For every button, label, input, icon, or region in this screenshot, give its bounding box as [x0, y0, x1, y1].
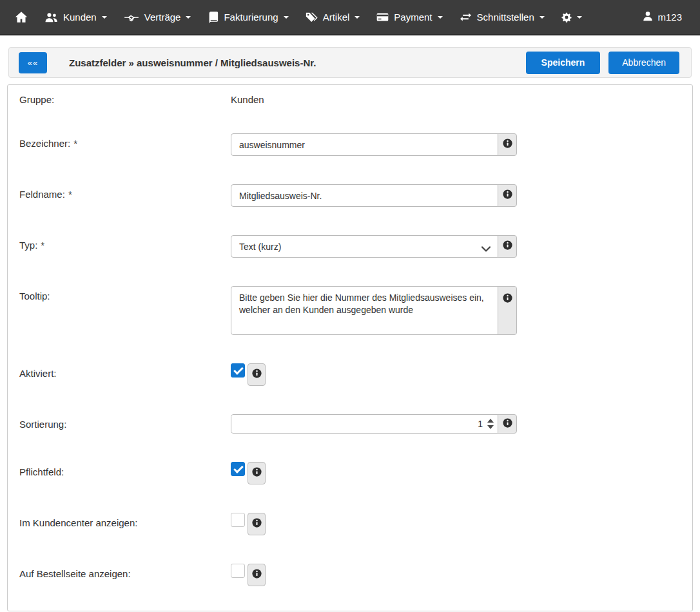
user-icon: [643, 11, 653, 23]
users-icon: [44, 12, 58, 23]
form-row-kundencenter: Im Kundencenter anzeigen:: [19, 513, 681, 535]
nav-artikel-label: Artikel: [323, 12, 350, 23]
form-row-pflichtfeld: Pflichtfeld:: [19, 462, 681, 484]
form-row-tooltip: Tooltip: Bitte geben Sie hier die Nummer…: [19, 286, 681, 335]
form-panel: Gruppe: Kunden Bezeichner:* Feldname:*: [7, 84, 693, 611]
required-mark: *: [41, 240, 44, 251]
nav-payment-label: Payment: [394, 12, 432, 23]
tooltip-textarea[interactable]: Bitte geben Sie hier die Nummer des Mitg…: [231, 286, 498, 335]
info-icon: [503, 240, 512, 253]
nav-kunden[interactable]: Kunden: [36, 0, 115, 35]
bestellseite-info-button[interactable]: [248, 564, 266, 586]
form-row-gruppe: Gruppe: Kunden: [19, 94, 681, 105]
form-row-bestellseite: Auf Bestellseite anzeigen:: [19, 564, 681, 586]
page-title: Zusatzfelder » ausweisnummer / Mitglieds…: [69, 57, 316, 68]
spinner-up-icon[interactable]: [487, 419, 494, 423]
kundencenter-info-button[interactable]: [248, 513, 266, 535]
nav-vertraege-label: Verträge: [144, 12, 181, 23]
tooltip-label: Tooltip:: [19, 286, 231, 301]
cancel-button[interactable]: Abbrechen: [608, 52, 679, 74]
form-row-typ: Typ:* Text (kurz): [19, 235, 681, 258]
sortierung-input[interactable]: [231, 415, 486, 433]
spinner-down-icon[interactable]: [487, 425, 494, 429]
info-icon: [503, 293, 512, 305]
kundencenter-label: Im Kundencenter anzeigen:: [19, 513, 231, 528]
nav-username: m123: [657, 12, 682, 23]
handshake-icon: [124, 12, 139, 23]
typ-label: Typ:*: [19, 235, 231, 251]
number-spinner: [486, 415, 498, 433]
caret-down-icon: [102, 16, 107, 21]
bestellseite-checkbox[interactable]: [231, 564, 245, 578]
kundencenter-checkbox[interactable]: [231, 513, 245, 527]
form-row-bezeichner: Bezeichner:*: [19, 133, 681, 156]
main-navbar: Kunden Verträge Fakturierung Artikel Pay…: [0, 0, 700, 35]
typ-select[interactable]: Text (kurz): [231, 235, 498, 258]
form-row-sortierung: Sortierung:: [19, 414, 681, 434]
pflichtfeld-info-button[interactable]: [248, 462, 266, 484]
feldname-info-button[interactable]: [498, 184, 517, 207]
info-icon: [252, 569, 262, 581]
pflichtfeld-checkbox[interactable]: [231, 462, 245, 476]
info-icon: [252, 518, 262, 530]
info-icon: [503, 189, 512, 202]
feldname-label: Feldname:*: [19, 184, 231, 200]
info-icon: [252, 368, 262, 381]
info-icon: [503, 139, 512, 151]
nav-home[interactable]: [6, 0, 36, 35]
exchange-icon: [460, 12, 472, 22]
gear-icon: [561, 12, 572, 23]
caret-down-icon: [355, 16, 360, 21]
sortierung-info-button[interactable]: [498, 414, 517, 434]
tags-icon: [306, 12, 318, 23]
gruppe-label: Gruppe:: [19, 94, 231, 105]
credit-card-icon: [376, 12, 389, 22]
save-button[interactable]: Speichern: [526, 52, 601, 74]
caret-down-icon: [284, 16, 289, 21]
aktiviert-label: Aktiviert:: [19, 363, 231, 379]
nav-settings[interactable]: [553, 0, 590, 35]
gruppe-value: Kunden: [231, 94, 264, 105]
nav-schnittstellen[interactable]: Schnittstellen: [451, 0, 553, 35]
bezeichner-info-button[interactable]: [498, 133, 517, 156]
nav-vertraege[interactable]: Verträge: [115, 0, 200, 35]
page-header: «« Zusatzfelder » ausweisnummer / Mitgli…: [8, 47, 692, 78]
nav-user-menu[interactable]: m123: [634, 0, 694, 35]
sortierung-label: Sortierung:: [19, 414, 231, 430]
info-icon: [252, 467, 262, 479]
nav-payment[interactable]: Payment: [368, 0, 451, 35]
required-mark: *: [73, 138, 77, 149]
aktiviert-info-button[interactable]: [248, 363, 266, 386]
back-button[interactable]: ««: [19, 52, 47, 73]
nav-schnittstellen-label: Schnittstellen: [477, 12, 534, 23]
caret-down-icon: [540, 16, 545, 21]
form-row-aktiviert: Aktiviert:: [19, 363, 681, 386]
feldname-input[interactable]: [231, 184, 498, 207]
home-icon: [15, 11, 28, 23]
info-icon: [503, 418, 512, 430]
nav-kunden-label: Kunden: [63, 12, 97, 23]
nav-artikel[interactable]: Artikel: [297, 0, 369, 35]
bezeichner-input[interactable]: [231, 133, 498, 156]
typ-info-button[interactable]: [498, 235, 517, 258]
book-icon: [208, 11, 219, 23]
required-mark: *: [68, 189, 72, 200]
tooltip-info-button[interactable]: [498, 286, 517, 335]
bestellseite-label: Auf Bestellseite anzeigen:: [19, 564, 231, 579]
form-row-feldname: Feldname:*: [19, 184, 681, 207]
caret-down-icon: [186, 16, 191, 21]
aktiviert-checkbox[interactable]: [231, 363, 245, 378]
caret-down-icon: [577, 16, 582, 21]
nav-fakturierung-label: Fakturierung: [224, 12, 278, 23]
nav-fakturierung[interactable]: Fakturierung: [199, 0, 297, 35]
pflichtfeld-label: Pflichtfeld:: [19, 462, 231, 477]
bezeichner-label: Bezeichner:*: [19, 133, 231, 149]
caret-down-icon: [438, 16, 443, 21]
